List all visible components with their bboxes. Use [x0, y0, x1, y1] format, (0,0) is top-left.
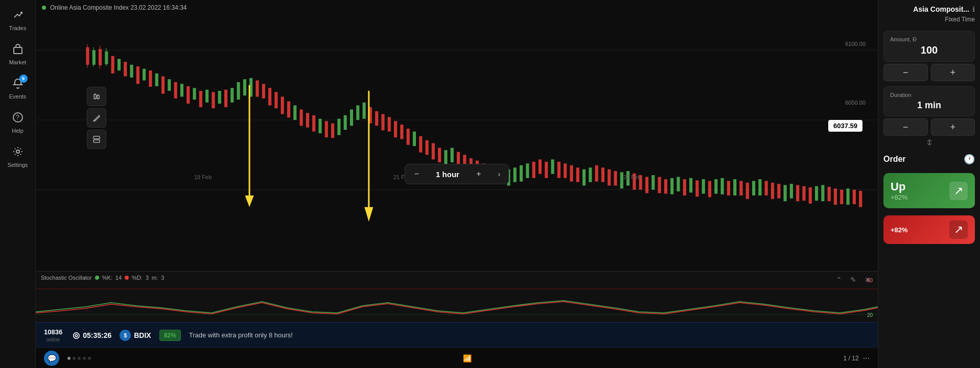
layout-btn[interactable]	[87, 130, 106, 149]
svg-rect-126	[809, 187, 812, 204]
svg-rect-113	[727, 181, 730, 195]
settings-icon	[12, 146, 24, 160]
svg-rect-58	[381, 114, 384, 131]
nav-page-counter: 1 / 12	[844, 355, 859, 362]
svg-rect-88	[570, 165, 573, 182]
svg-rect-21	[149, 70, 152, 87]
svg-rect-32	[218, 91, 221, 104]
sidebar-item-market[interactable]: Market	[3, 39, 33, 69]
down-button[interactable]: +82% ↗	[883, 215, 975, 244]
svg-rect-146	[94, 136, 100, 139]
down-percent: +82%	[891, 226, 908, 234]
duration-decrease-btn[interactable]: −	[883, 118, 928, 136]
svg-rect-16	[118, 59, 121, 70]
market-label: Market	[9, 59, 27, 65]
k-label: %K:	[102, 275, 112, 281]
svg-rect-85	[551, 159, 554, 174]
chat-button[interactable]: 💬	[44, 351, 59, 366]
svg-rect-84	[545, 162, 548, 178]
d-label: %D:	[132, 275, 143, 281]
sidebar-item-help[interactable]: ? Help	[3, 108, 33, 138]
svg-rect-107	[689, 178, 692, 192]
svg-rect-62	[407, 129, 410, 145]
svg-rect-49	[325, 121, 328, 137]
indicator-header: Stochastic Oscillator %K: 14 %D: 3 m: 3	[41, 275, 164, 281]
svg-rect-130	[834, 188, 837, 205]
svg-rect-133	[853, 190, 856, 204]
timer-icon: ◎	[73, 330, 80, 340]
timeframe-increase-btn[interactable]: +	[468, 164, 490, 184]
svg-rect-106	[683, 179, 686, 195]
timeframe-next-btn[interactable]: ›	[490, 164, 508, 184]
svg-rect-59	[388, 117, 391, 131]
svg-rect-53	[350, 109, 353, 126]
svg-rect-139	[94, 94, 96, 99]
indicator-name: Stochastic Oscillator	[41, 275, 92, 281]
ticker-symbol: BDIX	[134, 331, 151, 339]
order-clock-icon[interactable]: 🕐	[964, 154, 975, 165]
sidebar-item-events[interactable]: 9 Events	[3, 73, 33, 104]
svg-rect-110	[708, 181, 711, 198]
right-panel: Asia Composit... ℹ Fixed Time Amount, Ð …	[878, 0, 980, 368]
amount-increase-btn[interactable]: +	[931, 64, 975, 81]
nav-more-btn[interactable]: ···	[863, 354, 870, 363]
up-label: Up	[891, 180, 905, 193]
duration-increase-btn[interactable]: +	[931, 118, 975, 136]
svg-rect-27	[186, 86, 190, 104]
svg-rect-87	[564, 163, 567, 178]
panel-info-icon[interactable]: ℹ	[972, 5, 975, 13]
ticker-section: $ BDIX	[120, 330, 151, 341]
events-label: Events	[9, 93, 27, 100]
indicator-chart	[36, 281, 878, 322]
svg-rect-60	[394, 121, 397, 137]
help-label: Help	[12, 128, 24, 134]
promo-text: Trade with extra profit only 8 hours!	[189, 331, 293, 339]
duration-section: Duration 1 min − + Duration min 1 min	[883, 86, 975, 136]
svg-rect-111	[714, 179, 717, 193]
svg-rect-46	[306, 113, 309, 127]
svg-rect-67	[438, 148, 441, 162]
svg-rect-44	[293, 105, 296, 119]
timeframe-decrease-btn[interactable]: −	[405, 164, 428, 184]
svg-rect-30	[205, 90, 208, 103]
svg-rect-109	[702, 179, 705, 193]
level-low-label: 20	[867, 312, 873, 318]
d-dot	[125, 276, 129, 280]
events-icon: 9	[12, 78, 24, 91]
svg-rect-52	[344, 115, 347, 130]
svg-rect-28	[193, 88, 196, 100]
amount-value: 100	[890, 44, 968, 56]
svg-rect-66	[432, 143, 435, 160]
expand-icon[interactable]	[883, 139, 975, 148]
svg-rect-82	[532, 162, 535, 178]
status-indicator	[42, 6, 46, 10]
svg-rect-101	[651, 175, 655, 189]
panel-subtitle: Fixed Time	[945, 16, 975, 23]
candle-chart-btn[interactable]	[87, 87, 106, 106]
svg-rect-119	[765, 181, 768, 195]
draw-tool-btn[interactable]	[87, 108, 106, 128]
svg-rect-43	[287, 102, 290, 118]
profit-badge: 82%	[159, 330, 181, 341]
svg-rect-112	[721, 178, 724, 194]
svg-rect-105	[676, 177, 680, 191]
svg-rect-127	[815, 186, 818, 201]
svg-rect-9	[92, 50, 96, 64]
market-icon	[12, 43, 24, 57]
svg-rect-17	[124, 62, 127, 76]
sidebar-item-trades[interactable]: Trades	[3, 5, 33, 35]
svg-rect-132	[847, 188, 850, 205]
k-value: 14	[115, 275, 122, 281]
up-button[interactable]: Up +82% ↗	[883, 173, 975, 208]
amount-decrease-btn[interactable]: −	[883, 64, 928, 81]
svg-rect-34	[230, 88, 234, 102]
events-badge: 9	[19, 75, 28, 83]
help-icon: ?	[12, 112, 24, 126]
svg-rect-13	[105, 52, 108, 64]
svg-rect-55	[363, 103, 366, 119]
sidebar-item-settings[interactable]: Settings	[3, 142, 33, 172]
svg-rect-48	[318, 119, 321, 133]
svg-rect-147	[94, 140, 100, 142]
svg-rect-36	[243, 79, 246, 95]
svg-rect-122	[784, 185, 787, 201]
